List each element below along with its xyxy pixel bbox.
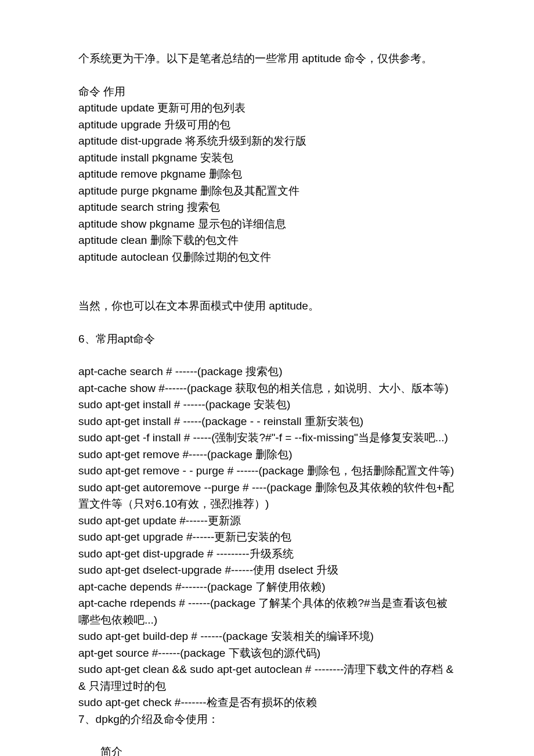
apt-cmd: sudo apt-get remove - - purge # ------(p…: [78, 463, 456, 480]
apt-cmd: apt-cache depends #-------(package 了解使用依…: [78, 579, 456, 596]
aptitude-cmd: aptitude upgrade 升级可用的包: [78, 117, 456, 134]
apt-cmd: apt-cache search # ------(package 搜索包): [78, 363, 456, 380]
command-header: 命令 作用: [78, 84, 456, 100]
aptitude-cmd: aptitude update 更新可用的包列表: [78, 100, 456, 117]
aptitude-cmd: aptitude search string 搜索包: [78, 199, 456, 216]
apt-cmd: sudo apt-get dist-upgrade # ---------升级系…: [78, 546, 456, 563]
document-page: 个系统更为干净。以下是笔者总结的一些常用 aptitude 命令，仅供参考。 命…: [0, 0, 534, 756]
aptitude-cmd: aptitude show pkgname 显示包的详细信息: [78, 216, 456, 233]
spacer: [78, 347, 456, 363]
apt-cmd: sudo apt-get check #-------检查是否有损坏的依赖: [78, 694, 456, 711]
apt-cmd: sudo apt-get install # -----(package - -…: [78, 413, 456, 430]
section7-title: 7、dpkg的介绍及命令使用：: [78, 711, 456, 728]
spacer: [78, 728, 456, 744]
spacer: [78, 282, 456, 298]
apt-cmd: sudo apt-get dselect-upgrade #------使用 d…: [78, 562, 456, 579]
aptitude-cmd: aptitude autoclean 仅删除过期的包文件: [78, 249, 456, 266]
apt-cmd: sudo apt-get autoremove --purge # ----(p…: [78, 480, 456, 513]
spacer: [78, 67, 456, 84]
apt-cmd: apt-get source #------(package 下载该包的源代码): [78, 645, 456, 662]
apt-cmd: sudo apt-get update #------更新源: [78, 513, 456, 530]
aptitude-cmd: aptitude install pkgname 安装包: [78, 150, 456, 167]
apt-cmd: sudo apt-get upgrade #------更新已安装的包: [78, 529, 456, 546]
aptitude-note: 当然，你也可以在文本界面模式中使用 aptitude。: [78, 298, 456, 315]
section6-title: 6、常用apt命令: [78, 331, 456, 348]
aptitude-cmd: aptitude purge pkgname 删除包及其配置文件: [78, 183, 456, 200]
apt-cmd: sudo apt-get clean && sudo apt-get autoc…: [78, 661, 456, 694]
aptitude-cmd: aptitude dist-upgrade 将系统升级到新的发行版: [78, 133, 456, 150]
apt-cmd: sudo apt-get -f install # -----(强制安装?#"-…: [78, 430, 456, 447]
apt-cmd: apt-cache rdepends # ------(package 了解某个…: [78, 595, 456, 628]
spacer: [78, 315, 456, 331]
aptitude-cmd: aptitude clean 删除下载的包文件: [78, 232, 456, 249]
apt-cmd: apt-cache show #------(package 获取包的相关信息，…: [78, 380, 456, 397]
apt-cmd: sudo apt-get install # ------(package 安装…: [78, 397, 456, 413]
aptitude-cmd: aptitude remove pkgname 删除包: [78, 166, 456, 183]
apt-cmd: sudo apt-get remove #-----(package 删除包): [78, 447, 456, 463]
apt-cmd: sudo apt-get build-dep # ------(package …: [78, 628, 456, 645]
spacer: [78, 265, 456, 282]
intro-text: 个系统更为干净。以下是笔者总结的一些常用 aptitude 命令，仅供参考。: [78, 51, 456, 67]
dpkg-intro-label: 简介: [78, 744, 456, 756]
